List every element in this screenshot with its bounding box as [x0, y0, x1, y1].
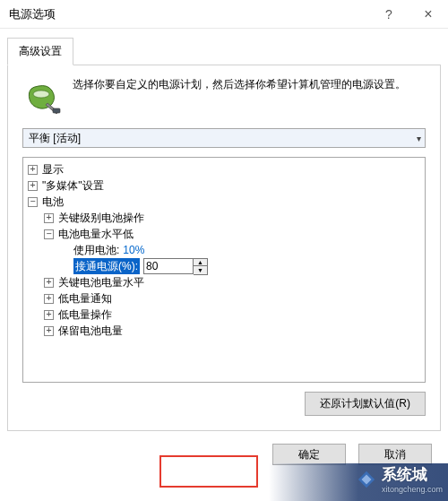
- collapse-icon[interactable]: −: [44, 229, 54, 239]
- settings-tree[interactable]: +显示 +"多媒体"设置 −电池 +关键级别电池操作 −电池电量水平低 使用电池…: [22, 157, 426, 383]
- tree-item-multimedia[interactable]: +"多媒体"设置: [25, 177, 423, 194]
- close-button[interactable]: ×: [409, 0, 448, 29]
- power-plan-select[interactable]: 平衡 [活动] ▾: [22, 128, 426, 148]
- spinner-down-icon[interactable]: ▼: [194, 266, 207, 274]
- plugged-in-spinner[interactable]: ▲ ▼: [143, 258, 208, 275]
- spinner-up-icon[interactable]: ▲: [194, 259, 207, 267]
- expand-icon[interactable]: +: [28, 165, 38, 175]
- ok-button[interactable]: 确定: [272, 444, 346, 465]
- cancel-button[interactable]: 取消: [358, 444, 432, 465]
- tree-item-on-battery[interactable]: 使用电池:10%: [25, 242, 423, 258]
- tab-strip: 高级设置: [7, 38, 441, 65]
- expand-icon[interactable]: +: [44, 278, 54, 288]
- help-button[interactable]: ?: [369, 0, 409, 29]
- tree-item-plugged-label: 接通电源(%):: [73, 258, 140, 274]
- tab-advanced[interactable]: 高级设置: [7, 38, 73, 65]
- watermark-brand: 系统城: [382, 464, 443, 485]
- tree-item-display[interactable]: +显示: [25, 161, 423, 177]
- power-plan-value: 平衡 [活动]: [29, 131, 81, 146]
- tree-item-battery[interactable]: −电池: [25, 194, 423, 210]
- titlebar: 电源选项 ? ×: [0, 0, 448, 29]
- tree-item-plugged-in[interactable]: 接通电源(%): ▲ ▼: [25, 258, 423, 274]
- tab-body: 选择你要自定义的电源计划，然后选择你希望计算机管理的电源设置。 平衡 [活动] …: [7, 65, 441, 431]
- expand-icon[interactable]: +: [44, 213, 54, 223]
- chevron-down-icon: ▾: [417, 134, 421, 143]
- expand-icon[interactable]: +: [44, 326, 54, 336]
- watermark-logo-icon: [357, 470, 376, 489]
- tree-item-reserve[interactable]: +保留电池电量: [25, 323, 423, 339]
- power-plan-icon: [22, 76, 62, 116]
- property-sheet: 高级设置 选择你要自定义的电源计划，然后选择你希望计算机管理的电源设置。 平衡 …: [7, 38, 441, 431]
- tree-item-critical-action[interactable]: +关键级别电池操作: [25, 210, 423, 226]
- watermark-url: xitongcheng.com: [382, 485, 443, 494]
- svg-rect-1: [53, 108, 60, 113]
- expand-icon[interactable]: +: [44, 294, 54, 304]
- dialog-footer: 确定 取消: [0, 431, 448, 465]
- window-title: 电源选项: [9, 6, 369, 22]
- tree-item-low-notify[interactable]: +低电量通知: [25, 290, 423, 307]
- expand-icon[interactable]: +: [28, 181, 38, 191]
- tree-item-low-level[interactable]: −电池电量水平低: [25, 226, 423, 242]
- tree-item-low-action[interactable]: +低电量操作: [25, 307, 423, 323]
- intro-text: 选择你要自定义的电源计划，然后选择你希望计算机管理的电源设置。: [73, 76, 406, 116]
- intro-row: 选择你要自定义的电源计划，然后选择你希望计算机管理的电源设置。: [22, 76, 426, 116]
- collapse-icon[interactable]: −: [28, 197, 38, 207]
- plugged-in-input[interactable]: [143, 258, 194, 274]
- svg-point-0: [33, 91, 49, 98]
- tree-item-critical-level[interactable]: +关键电池电量水平: [25, 274, 423, 290]
- expand-icon[interactable]: +: [44, 310, 54, 320]
- restore-defaults-button[interactable]: 还原计划默认值(R): [305, 392, 426, 416]
- watermark: 系统城 xitongcheng.com: [357, 464, 443, 494]
